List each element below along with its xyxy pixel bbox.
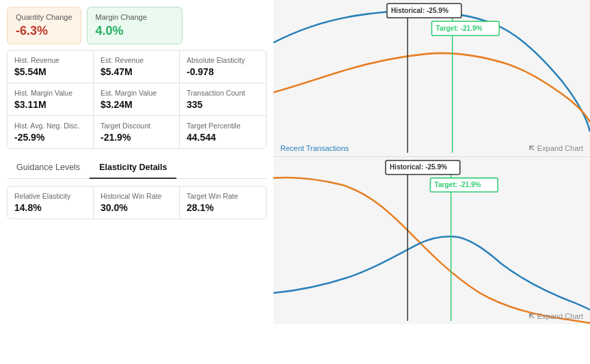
bottom-chart-svg: Historical: -25.9% Target: -21.9%: [273, 157, 590, 324]
metric-cell-4: Est. Margin Value $3.24M: [94, 83, 180, 116]
metric-cell-3: Hist. Margin Value $3.11M: [8, 83, 94, 116]
metric-label-5: Transaction Count: [187, 89, 259, 97]
tab-metric-value-0: 14.8%: [14, 202, 86, 213]
svg-line-7: [530, 146, 534, 150]
expand-icon-bottom: [528, 313, 535, 320]
metric-cell-1: Est. Revenue $5.47M: [94, 51, 180, 83]
top-chart-svg: Historical: -25.9% Target: -21.9%: [273, 0, 590, 156]
tab-metric-cell-2: Target Win Rate 28.1%: [180, 186, 266, 219]
tab-metric-value-1: 30.0%: [100, 202, 172, 213]
tabs-section: Guidance Levels Elasticity Details Relat…: [7, 157, 267, 219]
tab-content: Relative Elasticity 14.8%Historical Win …: [7, 179, 267, 219]
tab-metric-label-0: Relative Elasticity: [14, 192, 86, 200]
margin-change-value: 4.0%: [96, 24, 174, 38]
metric-cell-0: Hist. Revenue $5.54M: [8, 51, 94, 83]
svg-text:Historical: -25.9%: Historical: -25.9%: [390, 163, 447, 171]
top-chart-expand-link[interactable]: Expand Chart: [528, 144, 583, 152]
tab-metric-label-1: Historical Win Rate: [100, 192, 172, 200]
metric-cell-7: Target Discount -21.9%: [94, 116, 180, 148]
svg-text:Historical: -25.9%: Historical: -25.9%: [391, 7, 448, 14]
top-chart: Historical: -25.9% Target: -21.9% Recent…: [273, 0, 590, 157]
metric-label-0: Hist. Revenue: [14, 56, 86, 64]
expand-icon: [528, 145, 535, 152]
tab-metric-cell-1: Historical Win Rate 30.0%: [94, 186, 180, 219]
quantity-change-card: Quantity Change -6.3%: [7, 7, 81, 44]
tab-metrics-grid: Relative Elasticity 14.8%Historical Win …: [7, 186, 267, 219]
svg-text:Target: -21.9%: Target: -21.9%: [435, 181, 481, 188]
metric-cell-2: Absolute Elasticity -0.978: [180, 51, 266, 83]
metric-value-1: $5.47M: [100, 66, 172, 77]
metric-value-0: $5.54M: [14, 66, 86, 77]
metric-label-7: Target Discount: [100, 122, 172, 130]
metrics-grid: Hist. Revenue $5.54MEst. Revenue $5.47MA…: [7, 50, 267, 149]
tab-guidance-levels[interactable]: Guidance Levels: [7, 157, 90, 179]
metric-label-2: Absolute Elasticity: [187, 56, 259, 64]
metric-value-8: 44.544: [187, 132, 259, 143]
tab-elasticity-details[interactable]: Elasticity Details: [90, 157, 176, 179]
svg-line-15: [530, 314, 534, 318]
metric-cell-8: Target Percentile 44.544: [180, 116, 266, 148]
metric-label-8: Target Percentile: [187, 122, 259, 130]
tab-metric-label-2: Target Win Rate: [187, 192, 259, 200]
metric-label-3: Hist. Margin Value: [14, 89, 86, 97]
metric-value-2: -0.978: [187, 66, 259, 77]
metric-value-7: -21.9%: [100, 132, 172, 143]
tab-metric-value-2: 28.1%: [187, 202, 259, 213]
margin-change-card: Margin Change 4.0%: [87, 7, 183, 44]
margin-change-label: Margin Change: [96, 13, 174, 21]
metric-label-6: Hist. Avg. Neg. Disc.: [14, 122, 86, 130]
metric-cell-6: Hist. Avg. Neg. Disc. -25.9%: [8, 116, 94, 148]
metric-value-5: 335: [187, 99, 259, 110]
metric-value-3: $3.11M: [14, 99, 86, 110]
bottom-chart: Historical: -25.9% Target: -21.9% Expand…: [273, 157, 590, 324]
recent-transactions-link[interactable]: Recent Transactions: [280, 144, 349, 152]
svg-text:Target: -21.9%: Target: -21.9%: [436, 25, 483, 32]
tab-metric-cell-0: Relative Elasticity 14.8%: [8, 186, 94, 219]
charts-panel: Historical: -25.9% Target: -21.9% Recent…: [273, 0, 590, 324]
metric-value-6: -25.9%: [14, 132, 86, 143]
quantity-change-label: Quantity Change: [16, 13, 72, 21]
metric-label-4: Est. Margin Value: [100, 89, 172, 97]
metric-value-4: $3.24M: [100, 99, 172, 110]
bottom-chart-expand-link[interactable]: Expand Chart: [528, 312, 583, 320]
metric-cell-5: Transaction Count 335: [180, 83, 266, 116]
metric-label-1: Est. Revenue: [100, 56, 172, 64]
tab-bar: Guidance Levels Elasticity Details: [7, 157, 267, 179]
quantity-change-value: -6.3%: [16, 24, 72, 38]
